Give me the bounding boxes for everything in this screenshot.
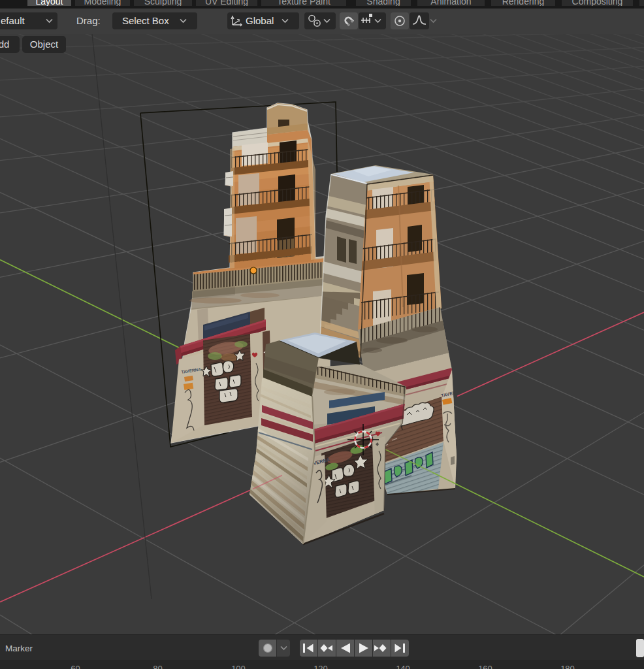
- svg-text:140: 140: [396, 664, 410, 669]
- svg-text:Rendering: Rendering: [502, 0, 545, 7]
- svg-text:Marker: Marker: [5, 644, 33, 653]
- svg-text:Select Box: Select Box: [122, 15, 169, 26]
- svg-text:UV Editing: UV Editing: [205, 0, 248, 7]
- svg-text:80: 80: [153, 664, 162, 669]
- svg-text:Sculpting: Sculpting: [144, 0, 182, 7]
- svg-text:120: 120: [314, 664, 328, 669]
- svg-text:Shading: Shading: [366, 0, 400, 7]
- svg-text:Modeling: Modeling: [84, 0, 121, 7]
- svg-text:Texture Paint: Texture Paint: [277, 0, 330, 7]
- svg-text:Drag:: Drag:: [76, 15, 101, 26]
- svg-text:Layout: Layout: [35, 0, 63, 7]
- svg-text:160: 160: [478, 664, 492, 669]
- svg-text:60: 60: [71, 664, 80, 669]
- svg-text:Object: Object: [30, 39, 59, 50]
- svg-text:Global: Global: [246, 15, 274, 26]
- svg-text:Animation: Animation: [430, 0, 471, 7]
- svg-text:efault: efault: [1, 15, 25, 26]
- svg-text:Compositing: Compositing: [572, 0, 623, 7]
- svg-text:Add: Add: [0, 39, 9, 50]
- svg-text:180: 180: [560, 664, 575, 669]
- svg-text:100: 100: [231, 664, 246, 669]
